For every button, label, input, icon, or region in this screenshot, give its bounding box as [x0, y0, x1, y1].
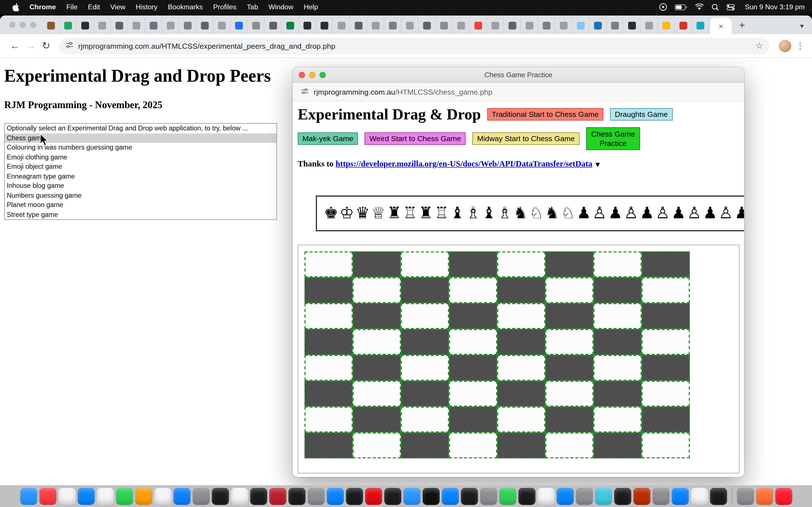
dock-app-icon[interactable]: [595, 488, 612, 505]
dock-app-icon[interactable]: [135, 488, 152, 505]
board-square[interactable]: [401, 277, 449, 303]
dock-app-icon[interactable]: [671, 488, 689, 505]
browser-tab[interactable]: [59, 17, 77, 34]
board-square[interactable]: [401, 407, 449, 433]
wifi-icon[interactable]: [695, 4, 704, 10]
dock-app-icon[interactable]: [403, 488, 420, 505]
chess-piece[interactable]: ♙: [592, 203, 607, 223]
chess-piece[interactable]: ♚: [323, 203, 339, 223]
browser-tab[interactable]: [282, 17, 299, 34]
board-square[interactable]: [594, 251, 642, 277]
battery-icon[interactable]: [675, 4, 688, 10]
board-square[interactable]: [449, 381, 497, 407]
popup-url-host[interactable]: rjmprogramming.com.au: [314, 88, 395, 96]
board-square[interactable]: [545, 407, 594, 433]
window-close-button[interactable]: [9, 22, 15, 28]
dock-app-icon[interactable]: [346, 488, 363, 505]
board-square[interactable]: [353, 433, 401, 459]
browser-tab[interactable]: [453, 17, 470, 34]
board-square[interactable]: [497, 329, 545, 355]
site-settings-icon[interactable]: [65, 41, 73, 51]
chess-piece[interactable]: ♙: [687, 203, 702, 223]
menu-edit[interactable]: Edit: [83, 3, 105, 11]
browser-tab[interactable]: [572, 17, 590, 34]
board-square[interactable]: [449, 329, 497, 355]
board-square[interactable]: [305, 303, 353, 329]
chess-piece[interactable]: ♟: [671, 203, 687, 223]
board-square[interactable]: [545, 303, 594, 329]
board-square[interactable]: [305, 329, 353, 355]
dock-app-icon[interactable]: [737, 488, 754, 505]
menu-clock[interactable]: Sun 9 Nov 3:19 pm: [745, 3, 805, 11]
popup-site-settings-icon[interactable]: [301, 87, 309, 96]
board-square[interactable]: [594, 277, 642, 303]
chess-piece[interactable]: ♔: [339, 203, 355, 223]
popup-titlebar[interactable]: Chess Game Practice: [293, 67, 744, 83]
chess-piece[interactable]: ♞: [544, 203, 560, 223]
browser-tab[interactable]: [248, 17, 265, 34]
listbox-option-numbers-guessing-game[interactable]: Numbers guessing game: [5, 191, 276, 200]
url-text[interactable]: rjmprogramming.com.au/HTMLCSS/experiment…: [78, 42, 755, 50]
chess-piece[interactable]: ♘: [528, 203, 544, 223]
board-square[interactable]: [449, 251, 497, 277]
menu-view[interactable]: View: [105, 3, 131, 11]
browser-tab[interactable]: [299, 17, 316, 34]
dock-app-icon[interactable]: [480, 488, 497, 505]
board-square[interactable]: [545, 381, 594, 407]
dock-app-icon[interactable]: [269, 488, 286, 505]
board-square[interactable]: [401, 303, 449, 329]
button-mak-yek-game[interactable]: Mak-yek Game: [298, 132, 358, 145]
dock-app-icon[interactable]: [461, 488, 478, 505]
dock-app-icon[interactable]: [756, 488, 773, 505]
control-center-icon[interactable]: [727, 4, 735, 10]
dock-app-icon[interactable]: [652, 488, 669, 505]
tab-close-icon[interactable]: ×: [719, 22, 723, 30]
board-square[interactable]: [497, 381, 545, 407]
dock-app-icon[interactable]: [58, 488, 75, 505]
chess-piece[interactable]: ♟: [734, 203, 744, 223]
browser-tab[interactable]: [401, 17, 418, 34]
dock-app-icon[interactable]: [691, 488, 708, 505]
dock-app-icon[interactable]: [614, 488, 631, 505]
browser-tab[interactable]: [487, 17, 504, 34]
menu-profiles[interactable]: Profiles: [208, 3, 242, 11]
board-square[interactable]: [594, 355, 642, 381]
board-square[interactable]: [401, 251, 449, 277]
browser-tab[interactable]: [555, 17, 572, 34]
popup-url-bar[interactable]: rjmprogramming.com.au/HTMLCSS/chess_game…: [293, 83, 744, 101]
board-square[interactable]: [353, 329, 401, 355]
listbox-option-emoji-clothing-game[interactable]: Emoji clothing game: [5, 152, 276, 162]
dropdown-arrow-icon[interactable]: ▼: [596, 162, 600, 168]
board-square[interactable]: [401, 355, 449, 381]
browser-tab[interactable]: [350, 17, 367, 34]
dock-app-icon[interactable]: [384, 488, 401, 505]
chess-piece[interactable]: ♗: [497, 203, 513, 223]
chess-piece[interactable]: ♟: [639, 203, 655, 223]
chess-piece[interactable]: ♙: [623, 203, 639, 223]
board-square[interactable]: [642, 433, 690, 459]
browser-tab[interactable]: [231, 17, 248, 34]
board-square[interactable]: [545, 329, 594, 355]
dock-app-icon[interactable]: [538, 488, 555, 505]
browser-tab[interactable]: [675, 17, 692, 34]
listbox-option-inhouse-blog-game[interactable]: Inhouse blog game: [5, 181, 276, 191]
button-chess-game-practice[interactable]: Chess Game Practice: [586, 127, 640, 150]
dock-app-icon[interactable]: [78, 488, 95, 505]
board-square[interactable]: [594, 381, 642, 407]
dock-app-icon[interactable]: [288, 488, 305, 505]
browser-tab[interactable]: [196, 17, 213, 34]
dock-app-icon[interactable]: [231, 488, 248, 505]
board-square[interactable]: [594, 433, 642, 459]
board-square[interactable]: [449, 277, 497, 303]
browser-tab[interactable]: [692, 17, 709, 34]
chess-piece[interactable]: ♟: [702, 203, 718, 223]
profile-avatar[interactable]: [779, 40, 791, 52]
dock-app-icon[interactable]: [97, 488, 114, 505]
chess-piece[interactable]: ♖: [402, 203, 418, 223]
dock-app-icon[interactable]: [422, 488, 440, 505]
bookmark-star-icon[interactable]: ☆: [755, 40, 763, 51]
browser-tab[interactable]: [641, 17, 658, 34]
board-square[interactable]: [353, 303, 401, 329]
chess-piece[interactable]: ♝: [481, 203, 497, 223]
browser-tab[interactable]: [179, 17, 197, 34]
